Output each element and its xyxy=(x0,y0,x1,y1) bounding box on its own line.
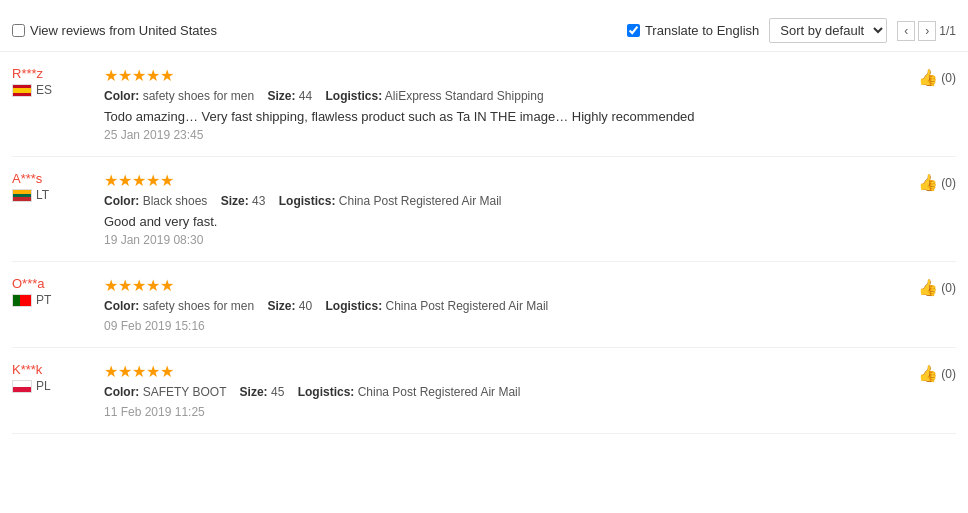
sort-select[interactable]: Sort by default xyxy=(769,18,887,43)
logistics-label: Logistics: xyxy=(279,194,336,208)
filter-us-text: View reviews from United States xyxy=(30,23,217,38)
review-date: 09 Feb 2019 15:16 xyxy=(104,319,894,333)
reviewer-name: O***a xyxy=(12,276,45,291)
reviewer-info: A***s LT xyxy=(12,171,92,247)
logistics-value: China Post Registered Air Mail xyxy=(358,385,521,399)
color-label: Color: xyxy=(104,89,139,103)
thumbs-up-button[interactable]: 👍 (0) xyxy=(918,68,956,87)
page-info: 1/1 xyxy=(939,24,956,38)
size-label: Size: xyxy=(267,299,295,313)
country-flag xyxy=(12,84,32,97)
country-code: LT xyxy=(36,188,49,202)
translate-text: Translate to English xyxy=(645,23,759,38)
next-page-button[interactable]: › xyxy=(918,21,936,41)
country-code: PT xyxy=(36,293,51,307)
thumbs-up-button[interactable]: 👍 (0) xyxy=(918,173,956,192)
thumbs-up-icon: 👍 xyxy=(918,68,938,87)
review-actions: 👍 (0) xyxy=(906,66,956,142)
prev-page-button[interactable]: ‹ xyxy=(897,21,915,41)
size-label: Size: xyxy=(240,385,268,399)
logistics-value: AliExpress Standard Shipping xyxy=(385,89,544,103)
size-value: 43 xyxy=(252,194,265,208)
review-item: O***a PT ★★★★★ Color: safety shoes for m… xyxy=(12,262,956,348)
filter-us-label[interactable]: View reviews from United States xyxy=(12,23,217,38)
stars-display: ★★★★★ xyxy=(104,276,174,295)
country-flag xyxy=(12,189,32,202)
logistics-value: China Post Registered Air Mail xyxy=(339,194,502,208)
star-rating: ★★★★★ xyxy=(104,362,894,381)
star-rating: ★★★★★ xyxy=(104,276,894,295)
filter-us-checkbox[interactable] xyxy=(12,24,25,37)
header-left: View reviews from United States xyxy=(12,23,615,38)
header-right: Translate to English Sort by default ‹ ›… xyxy=(627,18,956,43)
review-date: 11 Feb 2019 11:25 xyxy=(104,405,894,419)
star-rating: ★★★★★ xyxy=(104,66,894,85)
color-value: safety shoes for men xyxy=(143,299,254,313)
review-meta: Color: SAFETY BOOT Size: 45 Logistics: C… xyxy=(104,385,894,399)
review-date: 19 Jan 2019 08:30 xyxy=(104,233,894,247)
translate-checkbox[interactable] xyxy=(627,24,640,37)
reviewer-info: O***a PT xyxy=(12,276,92,333)
review-actions: 👍 (0) xyxy=(906,362,956,419)
star-rating: ★★★★★ xyxy=(104,171,894,190)
reviewer-info: R***z ES xyxy=(12,66,92,142)
review-item: K***k PL ★★★★★ Color: SAFETY BOOT Size: … xyxy=(12,348,956,434)
reviewer-name: K***k xyxy=(12,362,42,377)
review-actions: 👍 (0) xyxy=(906,276,956,333)
thumbs-up-icon: 👍 xyxy=(918,278,938,297)
color-value: safety shoes for men xyxy=(143,89,254,103)
stars-display: ★★★★★ xyxy=(104,66,174,85)
review-meta: Color: Black shoes Size: 43 Logistics: C… xyxy=(104,194,894,208)
translate-label[interactable]: Translate to English xyxy=(627,23,759,38)
color-label: Color: xyxy=(104,385,139,399)
color-label: Color: xyxy=(104,299,139,313)
reviewer-country: ES xyxy=(12,83,92,97)
color-value: SAFETY BOOT xyxy=(143,385,227,399)
country-flag xyxy=(12,380,32,393)
pagination: ‹ › 1/1 xyxy=(897,21,956,41)
header-bar: View reviews from United States Translat… xyxy=(0,10,968,52)
logistics-value: China Post Registered Air Mail xyxy=(385,299,548,313)
color-value: Black shoes xyxy=(143,194,208,208)
review-body: ★★★★★ Color: safety shoes for men Size: … xyxy=(104,276,894,333)
logistics-label: Logistics: xyxy=(325,89,382,103)
reviewer-country: PT xyxy=(12,293,92,307)
reviewer-country: LT xyxy=(12,188,92,202)
review-text: Todo amazing… Very fast shipping, flawle… xyxy=(104,109,894,124)
review-meta: Color: safety shoes for men Size: 44 Log… xyxy=(104,89,894,103)
size-value: 44 xyxy=(299,89,312,103)
logistics-label: Logistics: xyxy=(298,385,355,399)
stars-display: ★★★★★ xyxy=(104,171,174,190)
size-value: 40 xyxy=(299,299,312,313)
review-list: R***z ES ★★★★★ Color: safety shoes for m… xyxy=(0,52,968,434)
like-count: (0) xyxy=(941,281,956,295)
review-item: A***s LT ★★★★★ Color: Black shoes Size: … xyxy=(12,157,956,262)
country-flag xyxy=(12,294,32,307)
country-code: ES xyxy=(36,83,52,97)
like-count: (0) xyxy=(941,367,956,381)
logistics-label: Logistics: xyxy=(325,299,382,313)
reviews-container: View reviews from United States Translat… xyxy=(0,0,968,513)
country-code: PL xyxy=(36,379,51,393)
color-label: Color: xyxy=(104,194,139,208)
reviewer-name: A***s xyxy=(12,171,42,186)
size-label: Size: xyxy=(221,194,249,208)
reviewer-name: R***z xyxy=(12,66,43,81)
review-body: ★★★★★ Color: safety shoes for men Size: … xyxy=(104,66,894,142)
thumbs-up-icon: 👍 xyxy=(918,364,938,383)
like-count: (0) xyxy=(941,71,956,85)
size-value: 45 xyxy=(271,385,284,399)
review-actions: 👍 (0) xyxy=(906,171,956,247)
reviewer-country: PL xyxy=(12,379,92,393)
thumbs-up-button[interactable]: 👍 (0) xyxy=(918,278,956,297)
thumbs-up-icon: 👍 xyxy=(918,173,938,192)
review-body: ★★★★★ Color: SAFETY BOOT Size: 45 Logist… xyxy=(104,362,894,419)
review-date: 25 Jan 2019 23:45 xyxy=(104,128,894,142)
thumbs-up-button[interactable]: 👍 (0) xyxy=(918,364,956,383)
like-count: (0) xyxy=(941,176,956,190)
review-item: R***z ES ★★★★★ Color: safety shoes for m… xyxy=(12,52,956,157)
review-body: ★★★★★ Color: Black shoes Size: 43 Logist… xyxy=(104,171,894,247)
size-label: Size: xyxy=(267,89,295,103)
review-text: Good and very fast. xyxy=(104,214,894,229)
reviewer-info: K***k PL xyxy=(12,362,92,419)
